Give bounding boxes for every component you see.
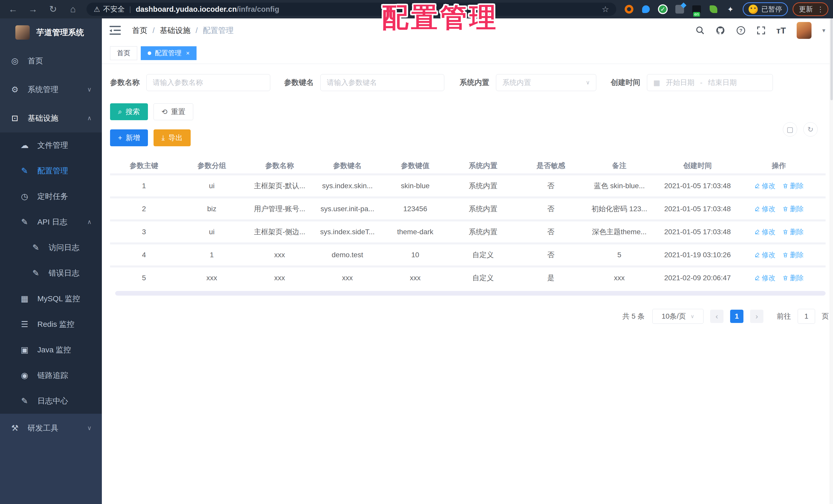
sidebar-item-11[interactable]: ▣Java 监控: [0, 337, 102, 362]
home-icon[interactable]: ⌂: [63, 4, 83, 15]
page-size-select[interactable]: 10条/页 ∨: [652, 309, 704, 324]
export-button[interactable]: ⤓ 导出: [153, 129, 190, 146]
back-icon[interactable]: ←: [3, 4, 23, 15]
breadcrumb-home[interactable]: 首页: [132, 25, 147, 36]
builtin-label: 系统内置: [460, 77, 489, 88]
delete-link[interactable]: 删除: [782, 273, 804, 282]
update-button[interactable]: 更新 ⋮: [792, 2, 828, 16]
extension-pin-icon[interactable]: [641, 4, 651, 14]
column-header-4: 参数键值: [381, 158, 449, 173]
extension-translate-icon[interactable]: [691, 4, 702, 14]
table-row: 1ui主框架页-默认...sys.index.skin...skin-blue系…: [110, 173, 826, 196]
edit-link[interactable]: 修改: [754, 250, 776, 259]
cell-actions: 修改删除: [741, 222, 817, 243]
paused-badge[interactable]: 已暂停: [743, 2, 788, 16]
sidebar-item-14[interactable]: ⚒研发工具∨: [0, 414, 102, 443]
active-tab-dot: [148, 51, 151, 55]
redis-icon: ☰: [19, 319, 30, 329]
column-header-6: 是否敏感: [517, 158, 585, 173]
column-header-1: 参数分组: [178, 158, 246, 173]
param-key-label: 参数键名: [284, 77, 314, 88]
sidebar-item-label: 错误日志: [49, 268, 79, 278]
breadcrumb-infra[interactable]: 基础设施: [160, 25, 190, 36]
sidebar-item-13[interactable]: ✎日志中心: [0, 388, 102, 414]
cell-系统内置: 自定义: [449, 245, 517, 266]
browser-window: ← → ↻ ⌂ ⚠ 不安全 | dashboard.yudao.iocoder.…: [0, 0, 833, 504]
reload-icon[interactable]: ↻: [43, 4, 63, 15]
sidebar-item-6[interactable]: ✎API 日志∧: [0, 209, 102, 235]
sidebar-item-12[interactable]: ◉链路追踪: [0, 362, 102, 388]
sidebar-item-7[interactable]: ✎访问日志: [0, 235, 102, 260]
extensions-row: ✓ ✦: [624, 4, 736, 14]
param-key-input[interactable]: 请输入参数键名: [320, 74, 444, 91]
sidebar-item-label: MySQL 监控: [38, 294, 80, 304]
delete-link[interactable]: 删除: [782, 181, 804, 191]
bookmark-star-icon[interactable]: ☆: [602, 4, 609, 14]
column-header-9: 操作: [741, 158, 817, 173]
fullscreen-icon[interactable]: [757, 26, 766, 35]
edit-link[interactable]: 修改: [754, 204, 776, 213]
sidebar-item-10[interactable]: ☰Redis 监控: [0, 311, 102, 337]
user-avatar[interactable]: [797, 22, 811, 39]
next-page-button[interactable]: ›: [750, 310, 763, 323]
sidebar-item-8[interactable]: ✎错误日志: [0, 260, 102, 286]
cell-参数名称: xxx: [246, 268, 313, 288]
sidebar-item-4[interactable]: ✎配置管理: [0, 158, 102, 184]
add-button[interactable]: + 新增: [110, 129, 148, 146]
reset-icon: ⟲: [162, 108, 167, 116]
browser-menu-icon[interactable]: ⋮: [817, 5, 824, 14]
current-page[interactable]: 1: [730, 310, 743, 323]
api-log-icon: ✎: [19, 217, 30, 227]
prev-page-button[interactable]: ‹: [710, 310, 723, 323]
edit-link[interactable]: 修改: [754, 273, 776, 282]
delete-link[interactable]: 删除: [782, 204, 804, 213]
address-bar[interactable]: ⚠ 不安全 | dashboard.yudao.iocoder.cn /infr…: [87, 3, 616, 16]
cell-是否敏感: 否: [517, 245, 585, 266]
delete-link[interactable]: 删除: [782, 250, 804, 259]
url-separator: |: [129, 5, 131, 13]
extension-orange-icon[interactable]: [624, 4, 634, 14]
sidebar-fold-icon[interactable]: [110, 26, 121, 35]
cell-参数名称: 主框架页-默认...: [246, 175, 313, 196]
app-title: 芋道管理系统: [36, 27, 84, 38]
tab-close-icon[interactable]: ×: [186, 50, 190, 57]
sidebar-item-1[interactable]: ⚙系统管理∨: [0, 75, 102, 104]
reset-button[interactable]: ⟲ 重置: [153, 103, 193, 120]
sidebar-item-5[interactable]: ◷定时任务: [0, 184, 102, 209]
param-name-input[interactable]: 请输入参数名称: [146, 74, 270, 91]
delete-link[interactable]: 删除: [782, 227, 804, 236]
extension-leaf-icon[interactable]: [708, 4, 719, 14]
extension-gray-icon[interactable]: [674, 4, 685, 14]
cell-参数键名: xxx: [313, 268, 381, 288]
table-horizontal-scrollbar[interactable]: [115, 291, 826, 296]
builtin-select[interactable]: 系统内置 ∨: [496, 74, 596, 91]
window-scrollbar[interactable]: [830, 19, 833, 504]
search-button[interactable]: ⌕ 搜索: [110, 103, 148, 120]
forward-icon[interactable]: →: [23, 4, 43, 15]
help-icon[interactable]: ?: [736, 26, 746, 35]
table-fullscreen-button[interactable]: ▢: [783, 122, 797, 136]
tab-config[interactable]: 配置管理 ×: [141, 46, 196, 60]
sidebar-item-2[interactable]: ⊡基础设施∧: [0, 104, 102, 132]
date-range-picker[interactable]: ▦ 开始日期 - 结束日期: [647, 74, 773, 91]
cell-参数主键: 5: [110, 268, 178, 288]
sidebar-item-3[interactable]: ☁文件管理: [0, 132, 102, 158]
edit-link[interactable]: 修改: [754, 181, 776, 191]
font-size-icon[interactable]: ᴛT: [777, 26, 786, 35]
scrollbar-thumb[interactable]: [830, 19, 833, 100]
edit-link[interactable]: 修改: [754, 227, 776, 236]
extension-check-icon[interactable]: ✓: [658, 4, 668, 14]
goto-page-input[interactable]: [798, 309, 815, 324]
tab-home[interactable]: 首页: [110, 46, 137, 60]
github-icon[interactable]: [716, 26, 725, 35]
table-refresh-button[interactable]: ↻: [803, 122, 818, 136]
chevron-down-icon: ∨: [586, 79, 590, 86]
search-icon[interactable]: [695, 26, 705, 35]
sidebar-item-9[interactable]: ▦MySQL 监控: [0, 286, 102, 311]
extensions-puzzle-icon[interactable]: ✦: [725, 4, 736, 14]
sidebar-item-0[interactable]: ◎首页: [0, 47, 102, 75]
sidebar-item-label: 链路追踪: [38, 370, 68, 381]
cell-参数主键: 1: [110, 175, 178, 196]
user-menu-caret-icon[interactable]: ▾: [822, 27, 825, 34]
tabbar: 首页 配置管理 ×: [102, 43, 833, 64]
